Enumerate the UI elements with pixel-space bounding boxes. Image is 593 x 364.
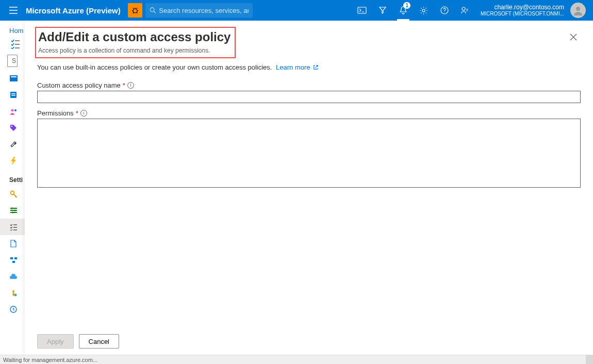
checklist-icon <box>10 39 21 49</box>
panel-title-highlight: Add/Edit a custom access policy Access p… <box>35 27 236 58</box>
sidebar-item-custom-access-policies[interactable] <box>0 219 25 235</box>
help-icon <box>440 6 449 14</box>
apply-button[interactable]: Apply <box>37 334 74 349</box>
settings-button[interactable] <box>414 0 434 21</box>
brand-title[interactable]: Microsoft Azure (Preview) <box>23 6 128 15</box>
svg-rect-8 <box>10 75 18 81</box>
field-label-name: Custom access policy name * i <box>37 81 581 89</box>
sidebar-item-scale[interactable] <box>0 235 25 252</box>
activity-log-icon <box>10 91 17 98</box>
field-label-permissions: Permissions * i <box>37 109 581 117</box>
panel-header: Add/Edit a custom access policy Access p… <box>25 21 593 59</box>
svg-point-3 <box>422 9 425 12</box>
identity-icon <box>10 289 17 296</box>
svg-rect-24 <box>13 292 14 296</box>
svg-rect-21 <box>14 257 17 259</box>
svg-point-1 <box>150 8 154 12</box>
clock-icon <box>10 306 17 313</box>
policy-name-input[interactable] <box>37 91 581 103</box>
close-icon <box>570 34 577 41</box>
sidebar-item-access-control[interactable] <box>0 103 25 120</box>
svg-rect-17 <box>11 208 12 209</box>
people-icon <box>10 108 18 115</box>
person-icon <box>573 5 583 15</box>
svg-point-25 <box>14 294 17 296</box>
close-panel-button[interactable] <box>565 29 582 45</box>
account-info[interactable]: charlie.roy@contoso.com MICROSOFT (MICRO… <box>475 4 567 16</box>
svg-rect-19 <box>12 212 13 213</box>
help-button[interactable] <box>434 0 455 21</box>
cloud-shell-button[interactable] <box>352 0 372 21</box>
hamburger-icon <box>9 7 18 14</box>
info-icon[interactable]: i <box>127 82 134 89</box>
sidebar-item-events[interactable] <box>0 153 25 169</box>
sidebar-item-data-persistence[interactable] <box>0 268 25 285</box>
svg-point-15 <box>11 126 12 127</box>
svg-point-0 <box>133 9 137 13</box>
learn-more-link[interactable]: Learn more <box>276 63 319 71</box>
cancel-button[interactable]: Cancel <box>79 334 119 349</box>
cloud-icon <box>9 274 18 279</box>
svg-rect-9 <box>11 76 17 77</box>
resource-title-icon <box>0 36 25 52</box>
svg-point-6 <box>576 7 580 11</box>
svg-point-16 <box>10 191 14 194</box>
panel-title: Add/Edit a custom access policy <box>38 30 230 45</box>
status-text: Waiting for management.azure.com... <box>3 357 97 363</box>
permissions-textarea[interactable] <box>37 119 581 188</box>
overview-icon <box>10 75 18 81</box>
tag-icon <box>10 124 17 131</box>
panel-subtitle: Access policy is a collection of command… <box>38 47 230 54</box>
directories-filter-button[interactable] <box>372 0 393 21</box>
gear-icon <box>419 6 428 15</box>
checklist-small-icon <box>10 224 18 230</box>
azure-top-bar: Microsoft Azure (Preview) 1 charlie.roy@… <box>0 0 593 21</box>
wrench-icon <box>10 141 18 148</box>
required-indicator: * <box>123 81 125 89</box>
cloud-shell-icon <box>357 7 367 14</box>
document-icon <box>10 240 17 247</box>
hamburger-menu-button[interactable] <box>4 0 23 21</box>
svg-point-13 <box>11 109 13 111</box>
svg-rect-22 <box>12 261 15 263</box>
sidebar-item-cluster-size[interactable] <box>0 252 25 268</box>
panel-body: You can use built-in access policies or … <box>25 59 593 328</box>
sidebar-item-tags[interactable] <box>0 120 25 136</box>
svg-rect-11 <box>11 93 15 94</box>
sidebar-item-activity-log[interactable] <box>0 87 25 103</box>
feedback-icon <box>460 6 469 15</box>
feedback-button[interactable] <box>455 0 475 21</box>
sidebar-search-placeholder: S <box>12 57 16 64</box>
account-email: charlie.roy@contoso.com <box>494 4 564 11</box>
preview-bug-button[interactable] <box>128 3 142 18</box>
svg-rect-18 <box>14 210 15 211</box>
info-icon[interactable]: i <box>80 110 87 117</box>
sidebar-search[interactable]: S <box>7 55 18 67</box>
sidebar-item-schedule-updates[interactable] <box>0 301 25 318</box>
lightning-icon <box>10 157 17 165</box>
svg-point-14 <box>14 109 17 111</box>
svg-rect-2 <box>358 7 366 13</box>
intro-text: You can use built-in access policies or … <box>37 63 272 71</box>
sidebar-item-diagnose[interactable] <box>0 136 25 153</box>
key-icon <box>10 190 18 198</box>
sidebar-item-advanced-settings[interactable] <box>0 202 25 219</box>
notifications-button[interactable]: 1 <box>393 0 414 21</box>
filter-icon <box>378 6 387 14</box>
resource-sidebar: S Setti <box>0 36 25 355</box>
global-search-box[interactable] <box>145 3 253 18</box>
panel-footer: Apply Cancel <box>25 328 593 355</box>
scroll-corner <box>586 355 593 364</box>
sidebar-item-identity[interactable] <box>0 285 25 301</box>
sidebar-item-access-keys[interactable] <box>0 186 25 202</box>
account-tenant: MICROSOFT (MICROSOFT.ONMI... <box>481 11 564 16</box>
global-search-input[interactable] <box>159 7 249 14</box>
sidebar-item-overview[interactable] <box>0 70 25 87</box>
breadcrumb-home[interactable]: Hom <box>9 27 23 35</box>
sliders-icon <box>10 207 18 213</box>
search-icon <box>150 7 156 14</box>
account-avatar[interactable] <box>570 3 586 18</box>
browser-status-bar: Waiting for management.azure.com... <box>0 355 586 364</box>
custom-access-policy-panel: Add/Edit a custom access policy Access p… <box>25 21 593 355</box>
notification-count-badge: 1 <box>403 2 410 9</box>
